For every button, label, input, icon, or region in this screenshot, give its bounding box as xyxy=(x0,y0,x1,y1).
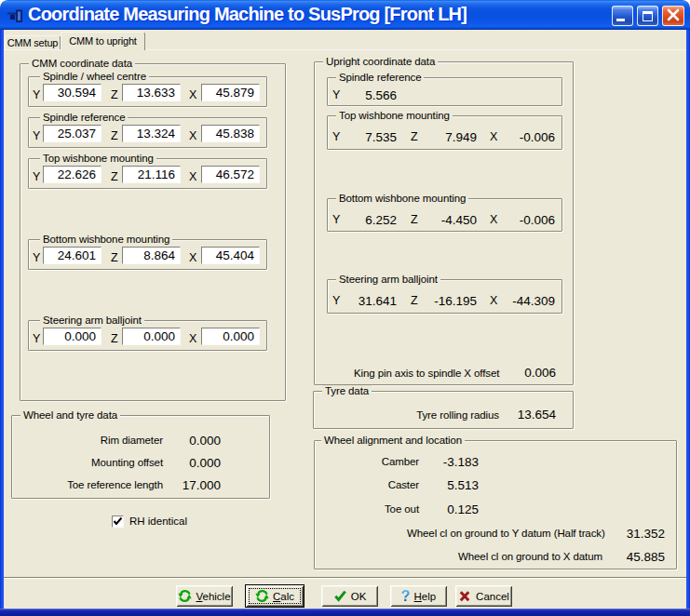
steering-arm-z-input[interactable] xyxy=(122,328,181,345)
camber-label: Camber xyxy=(363,456,419,467)
spindle-wheel-centre-x-input[interactable] xyxy=(201,84,260,101)
steering-arm-y-input[interactable] xyxy=(43,328,101,345)
upright-top-wishbone-y-value: 7.535 xyxy=(350,130,397,144)
mounting-offset-value: 0.000 xyxy=(165,456,221,470)
top-wishbone-x-input[interactable] xyxy=(201,166,260,183)
window-border-right xyxy=(686,30,690,609)
half-track-label: Wheel cl on ground to Y datum (Half trac… xyxy=(407,528,602,539)
camber-value: -3.183 xyxy=(424,455,479,469)
x-axis-label: X xyxy=(490,130,497,143)
group-label: Tyre data xyxy=(322,385,372,397)
bottom-wishbone-y-input[interactable] xyxy=(43,247,101,264)
kingpin-offset-label: King pin axis to spindle X offset xyxy=(354,368,499,379)
toe-reference-length-value: 17.000 xyxy=(165,478,221,492)
z-axis-label: Z xyxy=(411,130,418,143)
upright-bottom-wishbone-y-value: 6.252 xyxy=(350,213,397,227)
refresh-icon xyxy=(255,589,269,603)
group-label: Wheel alignment and location xyxy=(321,435,465,447)
z-axis-label: Z xyxy=(111,251,118,264)
check-icon xyxy=(333,589,347,603)
group-label: Steering arm balljoint xyxy=(40,315,144,327)
upright-top-wishbone-z-value: 7.949 xyxy=(425,130,477,144)
help-button-label: Help xyxy=(414,591,437,602)
check-icon xyxy=(113,516,123,527)
maximize-button[interactable] xyxy=(637,6,658,26)
button-separator-highlight xyxy=(4,578,686,579)
spindle-wheel-centre-y-input[interactable] xyxy=(43,84,101,101)
upright-steering-arm-x-value: -44.309 xyxy=(503,294,555,308)
tab-cmm-setup[interactable]: CMM setup xyxy=(5,35,61,49)
calc-button-label: Calc xyxy=(273,591,294,602)
y-axis-label: Y xyxy=(33,170,40,183)
calc-button[interactable]: Calc xyxy=(245,584,304,608)
z-axis-label: Z xyxy=(111,129,118,142)
top-wishbone-y-input[interactable] xyxy=(43,166,101,183)
group-label: Top wishbone mounting xyxy=(40,153,156,165)
z-axis-label: Z xyxy=(411,294,418,307)
rim-diameter-label: Rim diameter xyxy=(70,435,163,446)
caster-value: 5.513 xyxy=(424,478,479,492)
maximize-icon xyxy=(643,11,653,21)
z-axis-label: Z xyxy=(411,213,418,226)
upright-spindle-reference-y-value: 5.566 xyxy=(350,88,397,102)
z-axis-label: Z xyxy=(111,88,118,101)
toe-out-label: Toe out xyxy=(363,503,419,515)
spindle-reference-x-input[interactable] xyxy=(201,125,260,142)
bottom-wishbone-z-input[interactable] xyxy=(122,247,181,264)
cross-icon xyxy=(458,589,472,603)
cancel-button[interactable]: Cancel xyxy=(455,585,512,607)
x-axis-label: X xyxy=(189,170,196,183)
refresh-icon xyxy=(178,589,192,603)
window-border-left xyxy=(0,30,4,609)
spindle-reference-z-input[interactable] xyxy=(122,125,181,142)
z-axis-label: Z xyxy=(111,170,118,183)
tab-cmm-to-upright[interactable]: CMM to upright xyxy=(61,32,145,50)
x-axis-label: X xyxy=(189,332,196,345)
x-datum-value: 45.885 xyxy=(609,550,665,564)
group-label: Steering arm balljoint xyxy=(336,274,440,286)
minimize-icon xyxy=(616,19,625,21)
close-button[interactable] xyxy=(662,6,684,26)
upright-steering-arm-z-value: -16.195 xyxy=(425,294,477,308)
tyre-rolling-radius-value: 13.654 xyxy=(509,408,556,422)
vehicle-button[interactable]: Vehicle xyxy=(176,585,233,607)
upright-steering-arm-y-value: 31.641 xyxy=(350,294,397,308)
y-axis-label: Y xyxy=(33,129,40,142)
upright-bottom-wishbone-z-value: -4.450 xyxy=(425,213,477,227)
rh-identical-checkbox[interactable] xyxy=(112,516,124,528)
calc-button-face[interactable]: Calc xyxy=(246,585,304,607)
y-axis-label: Y xyxy=(332,294,340,307)
x-axis-label: X xyxy=(490,213,497,226)
group-label: Top wishbone mounting xyxy=(336,110,453,122)
x-axis-label: X xyxy=(189,251,196,264)
tyre-rolling-radius-label: Tyre rolling radius xyxy=(406,409,499,421)
y-axis-label: Y xyxy=(33,88,40,101)
x-axis-label: X xyxy=(490,294,497,307)
rh-identical-label: RH identical xyxy=(129,516,187,528)
caster-label: Caster xyxy=(363,479,419,490)
group-label: Bottom wishbone mounting xyxy=(336,193,468,205)
half-track-value: 31.352 xyxy=(609,527,665,541)
mounting-offset-label: Mounting offset xyxy=(70,457,163,468)
window-title: Coordinate Measuring Machine to SusProg … xyxy=(28,0,467,30)
y-axis-label: Y xyxy=(33,251,40,264)
toe-out-value: 0.125 xyxy=(424,502,479,516)
group-label: Spindle reference xyxy=(336,72,424,84)
bottom-wishbone-x-input[interactable] xyxy=(201,247,260,264)
minimize-button[interactable] xyxy=(612,6,633,26)
y-axis-label: Y xyxy=(332,213,340,226)
upright-bottom-wishbone-x-value: -0.006 xyxy=(503,213,555,227)
spindle-wheel-centre-z-input[interactable] xyxy=(122,84,181,101)
titlebar[interactable]: Coordinate Measuring Machine to SusProg … xyxy=(0,0,690,30)
help-button[interactable]: ? Help xyxy=(390,585,447,607)
top-wishbone-z-input[interactable] xyxy=(122,166,181,183)
x-datum-label: Wheel cl on ground to X datum xyxy=(407,551,602,562)
cancel-button-label: Cancel xyxy=(476,591,509,602)
dialog-window: Coordinate Measuring Machine to SusProg … xyxy=(0,0,690,616)
spindle-reference-y-input[interactable] xyxy=(43,125,101,142)
steering-arm-x-input[interactable] xyxy=(201,328,260,345)
group-label: Upright coordinate data xyxy=(323,56,438,68)
group-label: Spindle / wheel centre xyxy=(40,71,149,83)
x-axis-label: X xyxy=(189,88,196,101)
ok-button[interactable]: OK xyxy=(321,585,378,607)
